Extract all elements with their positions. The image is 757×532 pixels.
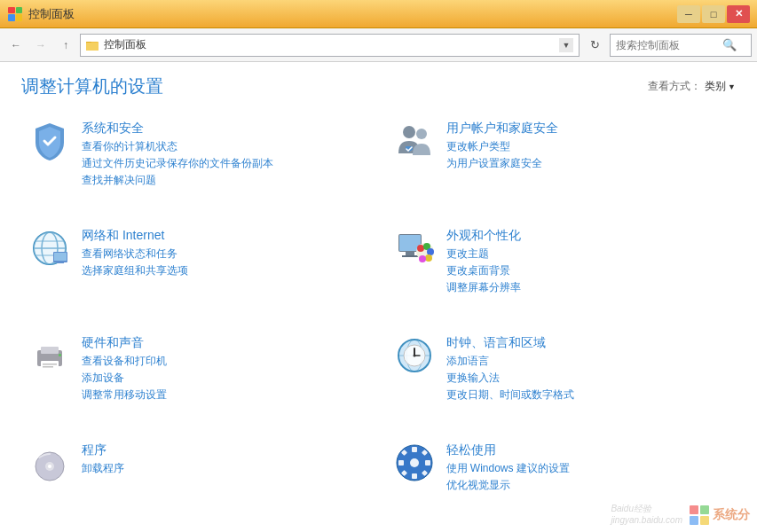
clock-text: 时钟、语言和区域 添加语言 更换输入法 更改日期、时间或数字格式 bbox=[446, 334, 574, 403]
search-input[interactable] bbox=[616, 39, 722, 51]
users-link-2[interactable]: 为用户设置家庭安全 bbox=[446, 155, 558, 171]
users-link-1[interactable]: 更改帐户类型 bbox=[446, 138, 558, 154]
appearance-link-1[interactable]: 更改主题 bbox=[446, 246, 521, 262]
view-mode-dropdown-arrow: ▼ bbox=[728, 82, 736, 91]
window-icon bbox=[7, 6, 23, 22]
svg-rect-13 bbox=[57, 262, 64, 263]
users-text: 用户帐户和家庭安全 更改帐户类型 为用户设置家庭安全 bbox=[446, 120, 558, 171]
ease-link-1[interactable]: 使用 Windows 建议的设置 bbox=[446, 460, 570, 476]
security-text: 系统和安全 查看你的计算机状态 通过文件历史记录保存你的文件备份副本 查找并解决… bbox=[82, 120, 273, 188]
svg-point-21 bbox=[427, 248, 434, 255]
svg-rect-28 bbox=[43, 366, 53, 368]
search-button[interactable]: 🔍 bbox=[722, 38, 737, 51]
security-icon bbox=[28, 120, 71, 162]
content-header: 调整计算机的设置 查看方式： 类别 ▼ bbox=[0, 62, 757, 106]
address-bar-input[interactable]: 控制面板 ▼ bbox=[80, 34, 580, 57]
programs-icon bbox=[28, 442, 71, 484]
hardware-link-3[interactable]: 调整常用移动设置 bbox=[82, 387, 167, 403]
svg-rect-2 bbox=[86, 43, 99, 51]
watermark: Baidu经验jingyan.baidu.com 系统分 bbox=[611, 503, 750, 525]
security-link-3[interactable]: 查找并解决问题 bbox=[82, 172, 273, 188]
ease-link-2[interactable]: 优化视觉显示 bbox=[446, 477, 570, 493]
svg-point-22 bbox=[425, 254, 432, 262]
network-link-1[interactable]: 查看网络状态和任务 bbox=[82, 246, 188, 262]
watermark-brand-text: 系统分 bbox=[713, 507, 750, 523]
view-mode-selector[interactable]: 查看方式： 类别 ▼ bbox=[648, 79, 736, 94]
appearance-title[interactable]: 外观和个性化 bbox=[446, 227, 521, 245]
network-title[interactable]: 网络和 Internet bbox=[82, 227, 188, 245]
appearance-link-2[interactable]: 更改桌面背景 bbox=[446, 262, 521, 278]
security-title[interactable]: 系统和安全 bbox=[82, 120, 273, 137]
svg-rect-16 bbox=[406, 252, 414, 255]
address-dropdown-button[interactable]: ▼ bbox=[559, 38, 573, 52]
watermark-brand: 系统分 bbox=[690, 505, 750, 525]
folder-icon bbox=[86, 38, 100, 52]
title-bar-left: 控制面板 bbox=[7, 6, 75, 22]
svg-rect-26 bbox=[41, 361, 59, 370]
users-title[interactable]: 用户帐户和家庭安全 bbox=[446, 120, 558, 137]
items-grid: 系统和安全 查看你的计算机状态 通过文件历史记录保存你的文件备份副本 查找并解决… bbox=[0, 106, 757, 532]
security-link-1[interactable]: 查看你的计算机状态 bbox=[82, 138, 273, 154]
users-icon bbox=[393, 120, 436, 162]
cp-item-clock[interactable]: 时钟、语言和区域 添加语言 更换输入法 更改日期、时间或数字格式 bbox=[379, 324, 744, 431]
hardware-text: 硬件和声音 查看设备和打印机 添加设备 调整常用移动设置 bbox=[82, 334, 167, 403]
search-bar[interactable]: 🔍 bbox=[610, 34, 752, 57]
ease-text: 轻松使用 使用 Windows 建议的设置 优化视觉显示 bbox=[446, 442, 570, 493]
svg-point-38 bbox=[413, 355, 415, 357]
svg-rect-12 bbox=[54, 253, 67, 261]
hardware-icon bbox=[28, 334, 71, 377]
svg-rect-27 bbox=[43, 364, 57, 365]
cp-item-network[interactable]: 网络和 Internet 查看网络状态和任务 选择家庭组和共享选项 bbox=[14, 216, 379, 324]
hardware-title[interactable]: 硬件和声音 bbox=[82, 334, 167, 352]
programs-title[interactable]: 程序 bbox=[82, 442, 124, 459]
svg-rect-48 bbox=[425, 460, 430, 466]
appearance-text: 外观和个性化 更改主题 更改桌面背景 调整屏幕分辨率 bbox=[446, 227, 521, 295]
up-button[interactable]: ↑ bbox=[55, 35, 76, 56]
network-icon bbox=[28, 227, 71, 270]
cp-item-hardware[interactable]: 硬件和声音 查看设备和打印机 添加设备 调整常用移动设置 bbox=[14, 324, 379, 431]
svg-point-19 bbox=[417, 245, 424, 252]
cp-item-security[interactable]: 系统和安全 查看你的计算机状态 通过文件历史记录保存你的文件备份副本 查找并解决… bbox=[14, 109, 379, 216]
svg-rect-46 bbox=[412, 473, 417, 479]
programs-link-1[interactable]: 卸载程序 bbox=[82, 460, 124, 476]
address-text: 控制面板 bbox=[104, 37, 556, 52]
watermark-baidu: Baidu经验jingyan.baidu.com bbox=[611, 503, 682, 525]
address-bar: ← → ↑ 控制面板 ▼ ↻ 🔍 bbox=[0, 28, 757, 62]
svg-point-42 bbox=[48, 465, 51, 468]
appearance-icon bbox=[393, 227, 436, 270]
cp-item-programs[interactable]: 程序 卸载程序 bbox=[14, 431, 379, 521]
svg-rect-17 bbox=[402, 255, 418, 257]
svg-point-54 bbox=[410, 458, 419, 467]
hardware-link-2[interactable]: 添加设备 bbox=[82, 370, 167, 386]
hardware-link-1[interactable]: 查看设备和打印机 bbox=[82, 353, 167, 369]
svg-point-23 bbox=[419, 255, 426, 262]
clock-link-1[interactable]: 添加语言 bbox=[446, 353, 574, 369]
forward-button[interactable]: → bbox=[30, 35, 51, 56]
clock-link-2[interactable]: 更换输入法 bbox=[446, 370, 574, 386]
refresh-button[interactable]: ↻ bbox=[583, 34, 606, 57]
network-link-2[interactable]: 选择家庭组和共享选项 bbox=[82, 262, 188, 278]
back-button[interactable]: ← bbox=[5, 35, 27, 56]
windows-logo-small bbox=[690, 505, 709, 525]
view-mode-value[interactable]: 类别 ▼ bbox=[705, 79, 736, 94]
cp-item-appearance[interactable]: 外观和个性化 更改主题 更改桌面背景 调整屏幕分辨率 bbox=[379, 216, 744, 324]
svg-rect-47 bbox=[398, 460, 404, 466]
cp-item-users[interactable]: 用户帐户和家庭安全 更改帐户类型 为用户设置家庭安全 bbox=[379, 109, 744, 216]
view-mode-label: 查看方式： bbox=[648, 79, 701, 94]
ease-title[interactable]: 轻松使用 bbox=[446, 442, 570, 459]
programs-text: 程序 卸载程序 bbox=[82, 442, 124, 476]
appearance-link-3[interactable]: 调整屏幕分辨率 bbox=[446, 279, 521, 295]
window-title: 控制面板 bbox=[28, 6, 75, 22]
svg-rect-25 bbox=[41, 347, 59, 354]
clock-title[interactable]: 时钟、语言和区域 bbox=[446, 334, 574, 352]
ease-icon bbox=[393, 442, 436, 484]
title-bar: 控制面板 ─ □ ✕ bbox=[0, 0, 757, 28]
page-title: 调整计算机的设置 bbox=[21, 74, 163, 98]
svg-rect-45 bbox=[412, 447, 417, 452]
security-link-2[interactable]: 通过文件历史记录保存你的文件备份副本 bbox=[82, 155, 273, 171]
svg-rect-29 bbox=[59, 354, 61, 356]
clock-link-3[interactable]: 更改日期、时间或数字格式 bbox=[446, 387, 574, 403]
maximize-button[interactable]: □ bbox=[702, 5, 725, 23]
close-button[interactable]: ✕ bbox=[727, 5, 750, 23]
minimize-button[interactable]: ─ bbox=[677, 5, 700, 23]
